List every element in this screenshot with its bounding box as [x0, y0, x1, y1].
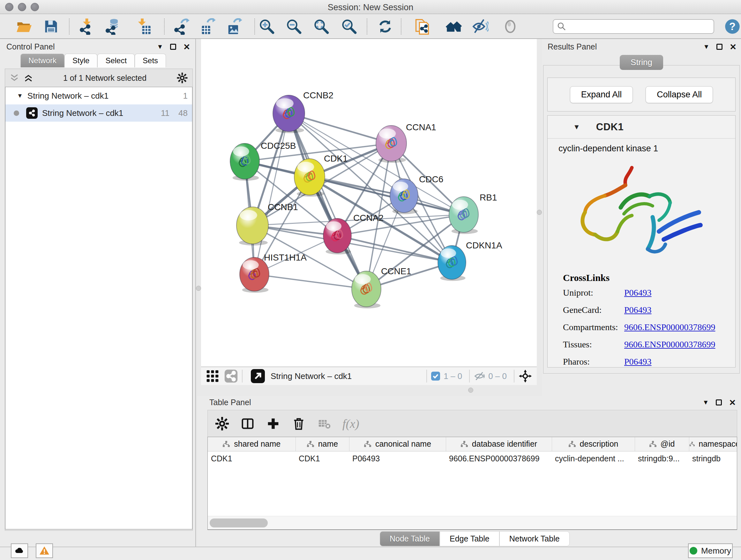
- hidden-eye-slash-icon[interactable]: [474, 370, 485, 382]
- search-field[interactable]: [553, 19, 714, 34]
- column-header-namespace[interactable]: namespace: [689, 437, 737, 451]
- crosslink-link[interactable]: P06493: [624, 357, 652, 367]
- tab-sets[interactable]: Sets: [135, 54, 166, 67]
- panel-undock-icon[interactable]: [716, 399, 722, 406]
- tab-style[interactable]: Style: [64, 54, 97, 67]
- crosslink-link[interactable]: 9606.ENSP00000378699: [624, 322, 715, 332]
- edge-CCNB2-CCNE1[interactable]: [289, 113, 366, 289]
- import-table-button[interactable]: [133, 18, 154, 36]
- edge-HIST1H1A-CCNE1[interactable]: [254, 274, 366, 289]
- crosslink-link[interactable]: P06493: [624, 305, 652, 315]
- node-CDKN1A[interactable]: [438, 246, 466, 281]
- node-HIST1H1A[interactable]: [240, 257, 269, 293]
- export-table-button[interactable]: [197, 18, 218, 36]
- panel-undock-icon[interactable]: [717, 44, 723, 50]
- import-string-button[interactable]: [412, 18, 433, 36]
- panel-float-icon[interactable]: ▼: [157, 43, 163, 51]
- expand-all-icon[interactable]: [23, 73, 33, 83]
- zoom-in-button[interactable]: [256, 18, 277, 36]
- zoom-selected-button[interactable]: [339, 18, 360, 36]
- collapse-gene-icon[interactable]: ▼: [573, 123, 580, 131]
- tab-edge-table[interactable]: Edge Table: [440, 531, 499, 546]
- panel-undock-icon[interactable]: [170, 44, 176, 50]
- fit-content-crosshair-icon[interactable]: [518, 369, 532, 383]
- panel-close-icon[interactable]: ✕: [730, 43, 737, 51]
- right-splitter-handle[interactable]: [537, 210, 542, 215]
- node-CDC25B[interactable]: [230, 143, 259, 181]
- table-cell[interactable]: cyclin-dependent ...: [552, 451, 635, 466]
- node-RB1[interactable]: [449, 197, 478, 234]
- column-header-database-identifier[interactable]: database identifier: [446, 437, 552, 451]
- panel-close-icon[interactable]: ✕: [729, 398, 736, 407]
- cloud-button[interactable]: [11, 543, 28, 558]
- edge-CCNA2-CDKN1A[interactable]: [337, 236, 452, 262]
- import-network-from-database-button[interactable]: [103, 18, 124, 36]
- collapse-all-icon[interactable]: [10, 73, 19, 83]
- tab-string[interactable]: String: [620, 55, 663, 70]
- tab-network-table[interactable]: Network Table: [499, 531, 569, 546]
- add-icon[interactable]: [266, 416, 280, 431]
- table-cell[interactable]: CDK1: [208, 451, 295, 466]
- expand-all-button[interactable]: Expand All: [570, 86, 633, 103]
- show-hidden-button[interactable]: [500, 18, 521, 36]
- refresh-button[interactable]: [375, 18, 396, 36]
- node-table[interactable]: shared namenamecanonical namedatabase id…: [207, 437, 737, 530]
- network-row[interactable]: String Network – cdk1 11 48: [5, 105, 192, 122]
- network-view[interactable]: CCNB2CCNA1CDC25BCDK1CDC6RB1CCNB1CCNA2CDK…: [201, 39, 537, 367]
- network-collection-row[interactable]: ▼ String Network – cdk1 1: [5, 87, 192, 105]
- memory-button[interactable]: Memory: [688, 543, 733, 558]
- gene-header[interactable]: ▼ CDK1: [548, 116, 735, 138]
- save-session-button[interactable]: [41, 18, 62, 36]
- warnings-button[interactable]: [36, 543, 53, 558]
- tab-select[interactable]: Select: [97, 54, 135, 67]
- table-gear-icon[interactable]: [215, 416, 229, 431]
- node-CCNB1[interactable]: [237, 207, 268, 246]
- bottom-splitter-handle[interactable]: [468, 388, 473, 393]
- search-input[interactable]: [569, 22, 710, 31]
- edge-CCNB2-HIST1H1A[interactable]: [254, 113, 289, 274]
- collapse-all-button[interactable]: Collapse All: [646, 86, 713, 103]
- tree-expand-icon[interactable]: ▼: [17, 92, 23, 99]
- panel-close-icon[interactable]: ✕: [183, 43, 190, 51]
- crosslink-link[interactable]: P06493: [624, 288, 652, 298]
- export-network-button[interactable]: [171, 18, 192, 36]
- hide-selected-button[interactable]: [470, 18, 491, 36]
- show-columns-icon[interactable]: [240, 416, 255, 431]
- export-image-button[interactable]: [223, 18, 245, 36]
- network-graph[interactable]: CCNB2CCNA1CDC25BCDK1CDC6RB1CCNB1CCNA2CDK…: [201, 39, 537, 367]
- left-splitter-handle[interactable]: [196, 286, 201, 291]
- scrollbar-thumb[interactable]: [210, 518, 268, 527]
- grid-view-icon[interactable]: [205, 369, 219, 383]
- open-session-button[interactable]: [13, 18, 35, 36]
- birds-eye-view-button[interactable]: [251, 369, 265, 383]
- network-share-icon[interactable]: [224, 369, 238, 383]
- tab-node-table[interactable]: Node Table: [380, 531, 440, 546]
- panel-float-icon[interactable]: ▼: [702, 399, 709, 406]
- selected-checkbox-icon[interactable]: [431, 371, 441, 381]
- panel-float-icon[interactable]: ▼: [703, 43, 710, 51]
- column-header-canonical-name[interactable]: canonical name: [349, 437, 446, 451]
- gear-icon[interactable]: [177, 72, 188, 84]
- zoom-out-button[interactable]: [283, 18, 305, 36]
- node-CCNA1[interactable]: [376, 125, 407, 163]
- column-header-name[interactable]: name: [295, 437, 349, 451]
- node-CCNE1[interactable]: [352, 271, 381, 308]
- table-row[interactable]: CDK1CDK1P064939606.ENSP00000378699cyclin…: [208, 451, 737, 466]
- crosslink-link[interactable]: 9606.ENSP00000378699: [624, 339, 715, 349]
- column-header-@id[interactable]: @id: [635, 437, 689, 451]
- table-horizontal-scrollbar[interactable]: [208, 516, 737, 530]
- table-cell[interactable]: 9606.ENSP00000378699: [446, 451, 552, 466]
- help-button[interactable]: ?: [722, 18, 741, 36]
- home-button[interactable]: [443, 18, 464, 36]
- table-cell[interactable]: P06493: [349, 451, 446, 466]
- zoom-fit-button[interactable]: [311, 18, 332, 36]
- table-cell[interactable]: stringdb:9...: [635, 451, 689, 466]
- tab-network[interactable]: Network: [20, 54, 64, 67]
- table-cell[interactable]: CDK1: [295, 451, 349, 466]
- column-header-description[interactable]: description: [552, 437, 635, 451]
- table-cell[interactable]: stringdb: [689, 451, 737, 466]
- import-network-button[interactable]: [76, 18, 97, 36]
- delete-trash-icon[interactable]: [291, 416, 306, 431]
- column-header-shared-name[interactable]: shared name: [208, 437, 295, 451]
- node-CCNB2[interactable]: [273, 95, 305, 133]
